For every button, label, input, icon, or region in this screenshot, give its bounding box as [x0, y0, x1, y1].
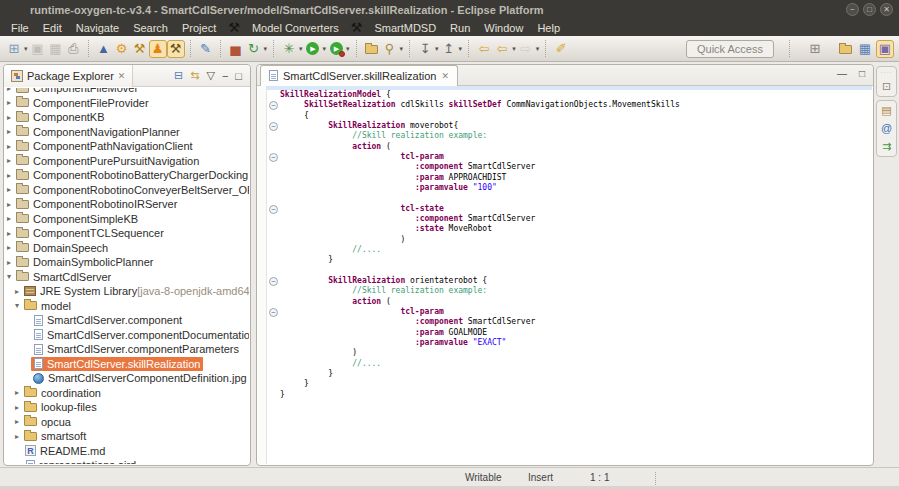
tree-item-SmartCdlServer[interactable]: ▾SmartCdlServer [5, 270, 249, 285]
menu-model-converters[interactable]: Model Converters [245, 22, 346, 34]
expander-icon[interactable]: ▾ [15, 301, 23, 310]
search-torch-icon-dropdown[interactable]: ▾ [400, 45, 404, 53]
code-line[interactable]: { [280, 111, 870, 121]
expander-icon[interactable]: ▸ [15, 417, 23, 426]
refresh-icon[interactable]: ↻ [245, 40, 263, 58]
code-line[interactable]: SkillSetRealization cdlSkills skillSetDe… [280, 100, 870, 110]
pen-icon[interactable]: ✎ [197, 40, 215, 58]
tree-item-SmartCdlServer.skillRealization[interactable]: SmartCdlServer.skillRealization [5, 357, 249, 372]
code-line[interactable] [280, 193, 870, 203]
fold-collapse-icon[interactable]: − [269, 122, 278, 131]
minimize-editor-icon[interactable]: — [837, 68, 847, 79]
code-line[interactable]: action ( [280, 142, 870, 152]
tree-item-ComponentTCLSequencer[interactable]: ▸ComponentTCLSequencer [5, 226, 249, 241]
menu-edit[interactable]: Edit [36, 22, 69, 34]
tree-item-ComponentPathNavigationClient[interactable]: ▸ComponentPathNavigationClient [5, 139, 249, 154]
last-edit-location-icon[interactable]: ⇦ [475, 40, 493, 58]
fold-collapse-icon[interactable]: − [269, 308, 278, 317]
expander-icon[interactable]: ▾ [7, 272, 15, 281]
tree-item-ComponentRobotinoConveyerBeltServer_OPCU[interactable]: ▸ComponentRobotinoConveyerBeltServer_OPC… [5, 183, 249, 198]
maximize-button[interactable]: □ [863, 3, 876, 16]
back-icon[interactable]: ⇦ [493, 40, 511, 58]
external-tools-icon-dropdown[interactable]: ▾ [346, 45, 350, 53]
gears-icon[interactable]: ⚙ [113, 40, 131, 58]
editor-tab[interactable]: SmartCdlServer.skillRealization ✕ [260, 65, 458, 86]
build-triangle-icon[interactable]: ▲ [95, 40, 113, 58]
expander-icon[interactable]: ▸ [7, 243, 15, 252]
tree-item-DomainSymbolicPlanner[interactable]: ▸DomainSymbolicPlanner [5, 255, 249, 270]
code-line[interactable]: :state MoveRobot [280, 224, 870, 234]
hammer-wrench-icon[interactable]: ⚒ [131, 40, 149, 58]
tree-item-model[interactable]: ▾model [5, 299, 249, 314]
expander-icon[interactable]: ▸ [15, 432, 23, 441]
expander-icon[interactable]: ▸ [7, 113, 15, 122]
code-line[interactable]: tcl-state [280, 204, 870, 214]
menu-help[interactable]: Help [530, 22, 567, 34]
expander-icon[interactable]: ▸ [15, 287, 23, 296]
menu-file[interactable]: File [4, 22, 36, 34]
code-line[interactable]: ) [280, 235, 870, 245]
tree-item-smartsoft[interactable]: ▸smartsoft [5, 429, 249, 444]
prev-annotation-icon-dropdown[interactable]: ▾ [459, 45, 463, 53]
robot-icon[interactable]: ♟ [149, 40, 167, 58]
new-wizard-icon[interactable]: ⊞ [5, 40, 23, 58]
task-list-icon[interactable]: ▤ [881, 104, 891, 116]
tree-item-SmartCdlServerComponentDefinition.jpg[interactable]: SmartCdlServerComponentDefinition.jpg [5, 371, 249, 386]
expander-icon[interactable]: ▸ [7, 171, 15, 180]
tree-item-ComponentSimpleKB[interactable]: ▸ComponentSimpleKB [5, 212, 249, 227]
code-line[interactable]: action ( [280, 297, 870, 307]
modeling-perspective-icon[interactable]: ▣ [876, 40, 894, 58]
package-explorer-tab[interactable]: Package Explorer ✕ [4, 65, 133, 87]
code-line[interactable]: } [280, 255, 870, 265]
expander-icon[interactable]: ▸ [7, 258, 15, 267]
expander-icon[interactable]: ▸ [15, 403, 23, 412]
code-area[interactable]: SkillRealizationModel { SkillSetRealizat… [280, 90, 870, 462]
maximize-editor-icon[interactable]: □ [859, 68, 865, 79]
code-line[interactable]: } [280, 390, 870, 400]
search-torch-icon[interactable]: ⚲ [381, 40, 399, 58]
fold-collapse-icon[interactable]: − [269, 101, 278, 110]
menu-smartmdsd[interactable]: SmartMDSD [367, 22, 443, 34]
annotation-ruler[interactable] [258, 86, 267, 464]
fold-collapse-icon[interactable]: − [269, 153, 278, 162]
open-perspective-icon[interactable]: ⊞ [806, 40, 824, 58]
expander-icon[interactable]: ▸ [7, 88, 15, 93]
code-line[interactable]: :component SmartCdlServer [280, 214, 870, 224]
open-folder-icon[interactable] [363, 40, 381, 58]
tree-item-ComponentFileMover[interactable]: ▸ComponentFileMover [5, 88, 249, 96]
next-annotation-icon[interactable]: ↧ [416, 40, 434, 58]
crossed-tools-icon[interactable]: ⚒ [167, 40, 185, 58]
maximize-view-icon[interactable]: □ [235, 70, 242, 82]
fold-collapse-icon[interactable]: − [269, 205, 278, 214]
javadoc-icon[interactable]: @ [881, 122, 892, 134]
expander-icon[interactable]: ▸ [7, 98, 15, 107]
code-line[interactable]: SkillRealization orientaterobot { [280, 276, 870, 286]
code-line[interactable]: :component SmartCdlServer [280, 317, 870, 327]
expander-icon[interactable]: ▸ [7, 127, 15, 136]
run-icon[interactable]: ▶ [304, 40, 322, 58]
expander-icon[interactable]: ▸ [7, 142, 15, 151]
expander-icon[interactable]: ▸ [7, 185, 15, 194]
code-line[interactable]: //.... [280, 245, 870, 255]
code-line[interactable]: //Skill realization example: [280, 131, 870, 141]
run-icon-dropdown[interactable]: ▾ [323, 45, 327, 53]
menu-window[interactable]: Window [477, 22, 530, 34]
menu-run[interactable]: Run [443, 22, 477, 34]
tree-item-lookup-files[interactable]: ▸lookup-files [5, 400, 249, 415]
tree-item-ComponentKB[interactable]: ▸ComponentKB [5, 110, 249, 125]
link-with-editor-icon[interactable]: ⇆ [190, 69, 199, 82]
code-line[interactable]: tcl-param [280, 152, 870, 162]
tree-item-ComponentFileProvider[interactable]: ▸ComponentFileProvider [5, 96, 249, 111]
back-icon-dropdown[interactable]: ▾ [512, 45, 516, 53]
expander-icon[interactable]: ▸ [7, 214, 15, 223]
minimize-view-icon[interactable]: − [222, 70, 228, 82]
code-line[interactable]: //Skill realization example: [280, 286, 870, 296]
tree-item-representations.aird[interactable]: representations.aird [5, 458, 249, 464]
expander-icon[interactable]: ▸ [7, 229, 15, 238]
expander-icon[interactable]: ▸ [7, 156, 15, 165]
tree-item-SmartCdlServer.component[interactable]: SmartCdlServer.component [5, 313, 249, 328]
code-line[interactable] [280, 266, 870, 276]
tree-item-DomainSpeech[interactable]: ▸DomainSpeech [5, 241, 249, 256]
debug-icon[interactable]: ✳ [280, 40, 298, 58]
view-menu-icon[interactable]: ▽ [206, 69, 214, 82]
